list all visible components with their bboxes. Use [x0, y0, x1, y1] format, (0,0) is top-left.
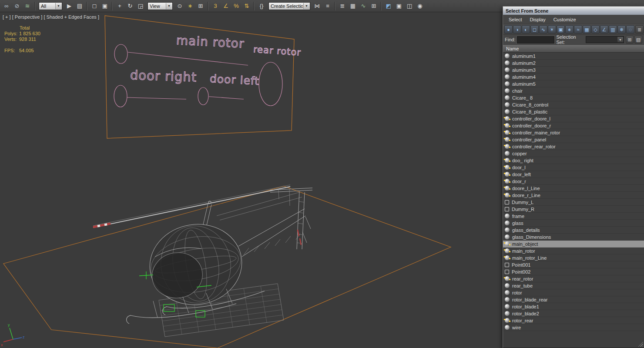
list-item[interactable]: aluminum4	[503, 74, 644, 80]
dialog-titlebar[interactable]: Select From Scene	[503, 7, 644, 15]
list-item[interactable]: Point001	[503, 261, 644, 268]
ribbon-toggle-icon[interactable]: ▦	[348, 1, 358, 11]
list-item[interactable]: rotor_blade1	[503, 303, 644, 310]
list-item[interactable]: chair	[503, 87, 644, 94]
list-item[interactable]: main_rotor	[503, 248, 644, 254]
display-all-icon[interactable]: ●	[504, 25, 513, 33]
display-invert-icon[interactable]: ◐	[522, 25, 530, 33]
material-editor-icon[interactable]: ◩	[384, 1, 393, 11]
schematic-view-icon[interactable]: ⊞	[369, 1, 379, 11]
named-selection-combo[interactable]: Create Selection Se▼	[268, 2, 310, 10]
percent-snap-icon[interactable]: %	[231, 1, 241, 11]
list-item[interactable]: Cicare_8_control	[503, 101, 644, 108]
display-frozen-icon[interactable]: ❄	[617, 25, 626, 33]
list-item[interactable]: aluminum3	[503, 67, 644, 74]
layer-manager-icon[interactable]: ≣	[338, 1, 347, 11]
list-item[interactable]: rotor_blade_rear	[503, 296, 644, 303]
select-and-link-icon[interactable]: ∞	[2, 1, 11, 11]
edit-selection-set-icon[interactable]: ▧	[634, 36, 642, 44]
display-shapes-icon[interactable]: ∿	[539, 25, 547, 33]
align-icon[interactable]: ≡	[323, 1, 332, 11]
chevron-down-icon[interactable]: ▼	[55, 3, 61, 9]
list-item[interactable]: Dummy_L	[503, 199, 644, 206]
mirror-icon[interactable]: ⋈	[312, 1, 322, 11]
keyboard-override-icon[interactable]: ⊞	[196, 1, 205, 11]
list-item[interactable]: doore_r_Line	[503, 192, 644, 199]
list-item[interactable]: Dummy_R	[503, 206, 644, 213]
render-production-icon[interactable]: ◉	[415, 1, 425, 11]
chevron-down-icon[interactable]: ▼	[166, 3, 172, 9]
list-item[interactable]: glass	[503, 220, 644, 227]
list-item[interactable]: door_left	[503, 171, 644, 178]
viewport[interactable]: y x z [ + ] [ Perspective ] [ Shaded + E…	[0, 12, 502, 348]
curve-editor-icon[interactable]: ∿	[359, 1, 368, 11]
rectangular-selection-icon[interactable]: ◻	[90, 1, 99, 11]
list-item[interactable]: wire	[503, 324, 644, 331]
list-item[interactable]: rotor	[503, 289, 644, 296]
resize-grip[interactable]	[637, 341, 643, 347]
display-containers-icon[interactable]: ▥	[609, 25, 617, 33]
menu-select[interactable]: Select	[505, 16, 526, 23]
list-item[interactable]: Cicare_8_plastic	[503, 108, 644, 115]
snap-toggle-3d-icon[interactable]: 3	[211, 1, 220, 11]
menu-customize[interactable]: Customize	[550, 16, 580, 23]
list-item[interactable]: rear_tube	[503, 282, 644, 289]
list-item[interactable]: controller_panel	[503, 136, 644, 143]
list-item[interactable]: door_l	[503, 164, 644, 171]
spinner-snap-icon[interactable]: ⇅	[242, 1, 252, 11]
list-item[interactable]: doore_l_Line	[503, 185, 644, 192]
list-item[interactable]: controller_doore_r	[503, 122, 644, 129]
list-item[interactable]: rotor_rear	[503, 317, 644, 324]
list-item[interactable]: rotor_blade2	[503, 310, 644, 317]
list-item[interactable]: frame	[503, 213, 644, 220]
display-cameras-icon[interactable]: ▣	[557, 25, 565, 33]
select-and-move-icon[interactable]: +	[115, 1, 124, 11]
display-none-icon[interactable]: ◑	[513, 25, 521, 33]
display-groups-icon[interactable]: ▦	[583, 25, 591, 33]
chevron-down-icon[interactable]: ▼	[617, 37, 623, 42]
window-crossing-icon[interactable]: ▣	[100, 1, 110, 11]
list-item[interactable]: controller_doore_l	[503, 115, 644, 122]
display-bones-icon[interactable]: ∠	[600, 25, 608, 33]
chevron-down-icon[interactable]: ▼	[303, 3, 309, 9]
list-item[interactable]: glass_details	[503, 227, 644, 234]
list-item[interactable]: aluminum5	[503, 80, 644, 87]
display-helpers-icon[interactable]: ∗	[565, 25, 574, 33]
list-item[interactable]: copper	[503, 150, 644, 157]
unlink-selection-icon[interactable]: ⊘	[12, 1, 22, 11]
display-hidden-icon[interactable]: ◌	[626, 25, 634, 33]
list-item[interactable]: doo_ right	[503, 157, 644, 164]
create-selection-set-icon[interactable]: ⊞	[626, 36, 634, 44]
selection-filter-combo[interactable]: All▼	[39, 2, 62, 10]
edit-named-selections-icon[interactable]: {}	[257, 1, 266, 11]
render-setup-icon[interactable]: ▣	[394, 1, 404, 11]
select-object-icon[interactable]: ▶	[64, 1, 74, 11]
viewport-scene[interactable]: y x z	[0, 12, 502, 348]
list-item[interactable]: main_rotor_Line	[503, 254, 644, 261]
use-pivot-center-icon[interactable]: ⊙	[175, 1, 184, 11]
display-geometry-icon[interactable]: ◻	[530, 25, 539, 33]
list-item[interactable]: main_object	[503, 241, 644, 248]
rendered-frame-icon[interactable]: ◫	[405, 1, 414, 11]
list-item[interactable]: Cicare_ 8	[503, 94, 644, 101]
viewport-label[interactable]: [ + ] [ Perspective ] [ Shaded + Edged F…	[3, 14, 99, 20]
selection-set-combo[interactable]: ▼	[586, 36, 624, 43]
display-space-warps-icon[interactable]: ≈	[574, 25, 582, 33]
select-and-scale-icon[interactable]: ◲	[136, 1, 145, 11]
list-item[interactable]: door_r	[503, 178, 644, 185]
select-and-manipulate-icon[interactable]: ∗	[185, 1, 195, 11]
menu-display[interactable]: Display	[526, 16, 550, 23]
bind-to-space-warp-icon[interactable]: ≋	[23, 1, 32, 11]
list-item[interactable]: controller_maine_rotor	[503, 129, 644, 136]
list-item[interactable]: Point002	[503, 268, 644, 275]
list-item[interactable]: aluminum1	[503, 53, 644, 60]
list-item[interactable]: aluminum2	[503, 60, 644, 67]
list-item[interactable]: controller_rear_rotor	[503, 143, 644, 150]
list-item[interactable]: glass_Dimensions	[503, 234, 644, 241]
display-xrefs-icon[interactable]: ◇	[591, 25, 600, 33]
list-view-icon[interactable]: ≣	[635, 25, 644, 33]
angle-snap-icon[interactable]: ∠	[221, 1, 231, 11]
reference-coordinate-combo[interactable]: View▼	[148, 2, 173, 10]
select-and-rotate-icon[interactable]: ↻	[125, 1, 135, 11]
select-by-name-icon[interactable]: ▤	[75, 1, 84, 11]
